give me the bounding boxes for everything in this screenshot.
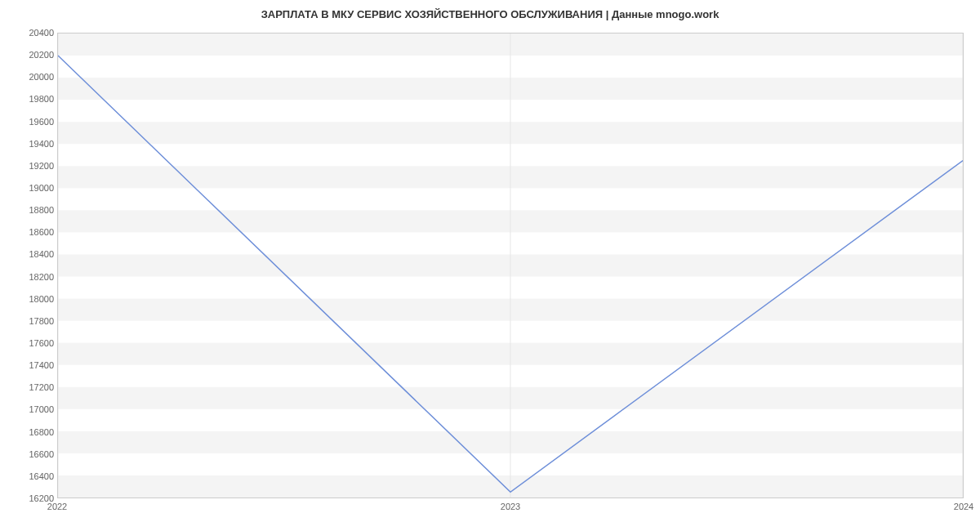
plot-area — [57, 33, 964, 498]
y-tick-label: 17400 — [5, 360, 54, 370]
y-tick-label: 19400 — [5, 139, 54, 149]
plot-svg — [58, 33, 963, 498]
x-tick-label: 2023 — [501, 502, 520, 511]
y-tick-label: 20400 — [5, 28, 54, 38]
chart-container: ЗАРПЛАТА В МКУ СЕРВИС ХОЗЯЙСТВЕННОГО ОБС… — [0, 0, 980, 531]
x-tick-label: 2022 — [47, 502, 67, 511]
x-tick-label: 2024 — [954, 502, 973, 511]
y-tick-label: 18400 — [5, 249, 54, 259]
y-tick-label: 17000 — [5, 404, 54, 414]
y-tick-label: 20000 — [5, 72, 54, 82]
y-tick-label: 16800 — [5, 427, 54, 437]
y-tick-label: 17600 — [5, 338, 54, 348]
y-tick-label: 18000 — [5, 294, 54, 304]
y-tick-label: 18800 — [5, 205, 54, 215]
y-tick-label: 17800 — [5, 316, 54, 326]
y-tick-label: 16400 — [5, 471, 54, 481]
chart-title: ЗАРПЛАТА В МКУ СЕРВИС ХОЗЯЙСТВЕННОГО ОБС… — [0, 8, 980, 20]
y-tick-label: 16600 — [5, 449, 54, 459]
y-tick-label: 19200 — [5, 161, 54, 171]
y-tick-label: 19000 — [5, 183, 54, 193]
y-tick-label: 17200 — [5, 382, 54, 392]
y-tick-label: 19600 — [5, 117, 54, 127]
y-tick-label: 19800 — [5, 94, 54, 104]
y-tick-label: 20200 — [5, 50, 54, 60]
y-tick-label: 18200 — [5, 272, 54, 282]
y-tick-label: 18600 — [5, 227, 54, 237]
